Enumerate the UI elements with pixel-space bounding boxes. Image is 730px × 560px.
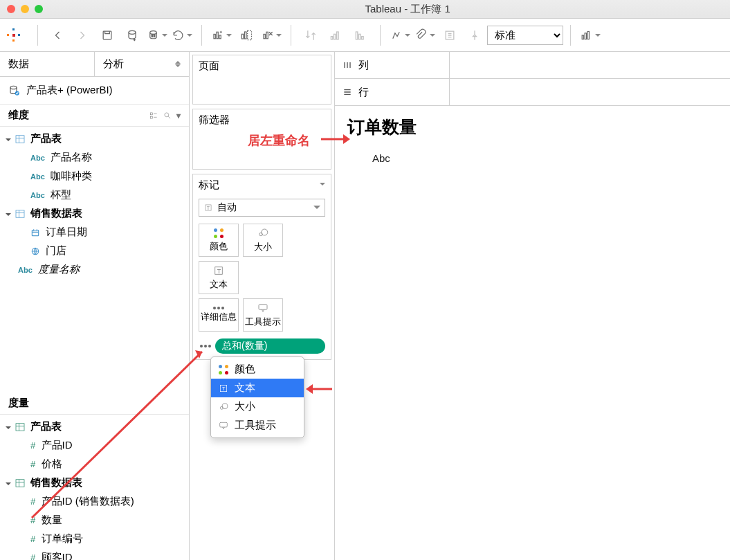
tree-table-product[interactable]: 产品表 [0,129,189,148]
field-order-date[interactable]: 订单日期 [0,223,189,242]
mark-tooltip-button[interactable]: 工具提示 [243,298,283,332]
svg-rect-28 [16,135,24,143]
svg-rect-30 [32,230,38,235]
field-coffee-type[interactable]: Abc 咖啡种类 [0,167,189,186]
viz-title[interactable]: 订单数量 [347,116,718,138]
clear-sheet-button[interactable] [261,25,282,46]
search-icon[interactable] [163,111,172,120]
svg-rect-3 [152,34,153,37]
svg-rect-9 [245,32,247,39]
window-titlebar: Tableau - 工作簿 1 [0,0,730,19]
svg-point-44 [222,403,228,408]
svg-point-23 [10,86,17,89]
svg-rect-22 [587,31,589,39]
dropdown-caret-icon[interactable]: ▾ [176,111,181,120]
window-title: Tableau - 工作簿 1 [365,3,450,16]
save-button[interactable] [97,25,118,46]
field-order-no[interactable]: # 订单编号 [0,530,189,548]
svg-rect-40 [259,305,267,310]
marks-header[interactable]: 标记 [193,174,331,196]
svg-point-1 [129,30,136,34]
tree-meas-product[interactable]: 产品表 [0,417,189,436]
svg-text:T: T [222,386,226,392]
viz-canvas: 列 行 订单数量 Abc [335,52,730,560]
dd-text[interactable]: T文本 [211,379,304,397]
field-product-id-sales[interactable]: # 产品ID (销售数据表) [0,492,189,511]
dimensions-tree: 产品表 Abc 产品名称 Abc 咖啡种类 Abc 杯型 销售数据表 订单日期 … [0,127,189,282]
svg-rect-14 [334,34,336,39]
sort-asc-button[interactable] [325,25,346,46]
svg-rect-26 [150,116,152,118]
tableau-logo-icon[interactable] [6,27,22,44]
field-measure-names[interactable]: Abc 度量名称 [0,260,189,279]
rows-shelf-label[interactable]: 行 [335,79,450,105]
svg-rect-0 [103,31,111,39]
pill-row: 总和(数量) [193,336,331,359]
minimize-window-button[interactable] [21,5,29,13]
svg-rect-4 [154,34,155,37]
field-store[interactable]: 门店 [0,242,189,260]
measures-tree: 产品表 # 产品ID # 价格 销售数据表 # 产品ID (销售数据表) # 数… [0,415,189,560]
mark-detail-button[interactable]: 详细信息 [199,298,239,332]
dd-tooltip[interactable]: 工具提示 [211,416,304,435]
mark-property-dropdown: 颜色 T文本 大小 工具提示 [210,356,304,438]
fit-select[interactable]: 标准 [487,26,563,45]
field-customer-id[interactable]: # 顾客ID [0,548,189,560]
duplicate-sheet-button[interactable] [236,25,257,46]
svg-rect-15 [337,32,339,39]
pages-shelf[interactable]: 页面 [192,55,331,105]
field-cup-type[interactable]: Abc 杯型 [0,186,189,204]
svg-rect-11 [264,34,265,38]
view-list-icon[interactable] [149,111,158,120]
field-product-name[interactable]: Abc 产品名称 [0,148,189,167]
tab-analysis[interactable]: 分析 [95,52,189,76]
filters-shelf[interactable]: 筛选器 [192,109,331,170]
measure-pill[interactable]: 总和(数量) [215,338,325,354]
svg-rect-20 [582,35,583,39]
color-icon [213,228,224,239]
main-toolbar: 标准 [0,19,730,52]
datasource-row[interactable]: 产品表+ (PowerBI) [0,77,189,105]
columns-shelf-label[interactable]: 列 [335,52,450,78]
pin-button[interactable] [464,25,485,46]
svg-rect-25 [150,112,152,114]
swap-button[interactable] [300,25,321,46]
tab-data[interactable]: 数据 [0,52,95,76]
tree-meas-sales[interactable]: 销售数据表 [0,473,189,492]
shelves-panel: 页面 筛选器 标记 T自动 颜色 大小 T 文本 详细信息 [190,52,335,560]
field-price[interactable]: # 价格 [0,455,189,473]
new-datasource-button[interactable] [122,25,143,46]
dd-size[interactable]: 大小 [211,397,304,416]
pause-updates-button[interactable] [147,25,167,46]
svg-rect-18 [362,36,364,39]
dimensions-header: 维度 ▾ [0,105,189,127]
dd-color[interactable]: 颜色 [211,360,304,379]
forward-button[interactable] [72,25,93,46]
svg-rect-17 [359,34,361,39]
tree-table-sales[interactable]: 销售数据表 [0,204,189,223]
totals-button[interactable] [439,25,460,46]
attachment-button[interactable] [414,25,435,46]
mark-size-button[interactable]: 大小 [243,224,283,257]
show-me-button[interactable] [580,25,601,46]
sort-desc-button[interactable] [350,25,371,46]
close-window-button[interactable] [7,5,15,13]
svg-rect-5 [214,34,215,38]
refresh-button[interactable] [172,25,192,46]
columns-drop[interactable] [450,52,730,78]
back-button[interactable] [47,25,68,46]
highlight-button[interactable] [390,25,410,46]
field-quantity[interactable]: # 数量 [0,511,189,530]
mark-color-button[interactable]: 颜色 [199,224,239,257]
svg-rect-16 [356,32,358,39]
mark-type-select[interactable]: T自动 [199,199,325,217]
rows-drop[interactable] [450,79,730,105]
mark-text-button[interactable]: T 文本 [199,261,239,294]
svg-rect-12 [266,32,268,39]
pill-detail-icon[interactable] [199,339,212,353]
data-sidebar: 数据 分析 产品表+ (PowerBI) 维度 ▾ 产品表 Abc 产品名称 A… [0,52,190,560]
maximize-window-button[interactable] [35,5,43,13]
field-product-id[interactable]: # 产品ID [0,436,189,455]
new-sheet-button[interactable] [211,25,232,46]
tooltip-icon [257,302,269,314]
